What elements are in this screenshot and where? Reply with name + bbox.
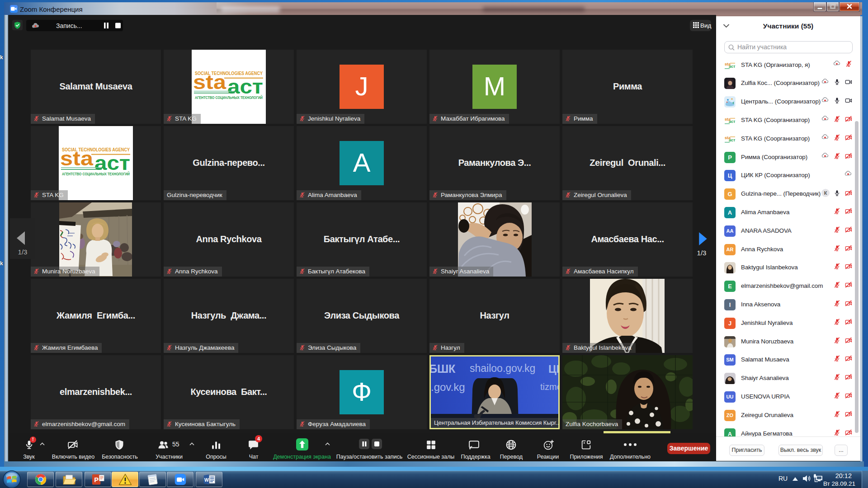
svg-text:.gov.kg: .gov.kg xyxy=(431,381,465,393)
svg-text:shailoo.gov.kg: shailoo.gov.kg xyxy=(470,362,535,374)
svg-text:sta: sta xyxy=(193,71,226,93)
svg-text:АГЕНТСТВО СОЦИАЛЬНЫХ ТЕХНОЛОГИ: АГЕНТСТВО СОЦИАЛЬНЫХ ТЕХНОЛОГИЙ xyxy=(62,171,130,176)
svg-text:БШК: БШК xyxy=(431,362,456,375)
svg-text:tizmо: tizmо xyxy=(540,382,558,392)
svg-text:аст: аст xyxy=(729,64,736,69)
svg-text:АГЕНТСТВО СОЦИАЛЬНЫХ ТЕХНОЛОГИ: АГЕНТСТВО СОЦИАЛЬНЫХ ТЕХНОЛОГИЙ xyxy=(195,95,263,100)
svg-text:аст: аст xyxy=(729,119,736,124)
svg-text:аст: аст xyxy=(94,152,130,174)
svg-text:W: W xyxy=(204,477,208,483)
svg-text:аст: аст xyxy=(227,75,263,98)
svg-text:аст: аст xyxy=(729,138,736,142)
svg-text:P: P xyxy=(94,476,99,483)
svg-text:ЦИ: ЦИ xyxy=(548,363,558,375)
svg-text:sta: sta xyxy=(60,147,94,169)
